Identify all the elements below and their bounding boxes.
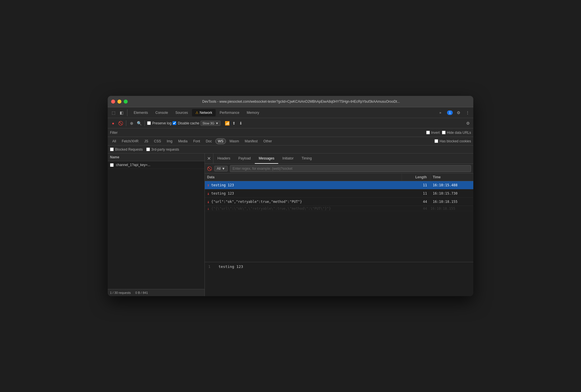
message-type-dropdown[interactable]: All ▼ [214,166,228,171]
tab-performance[interactable]: Performance [216,109,243,116]
minimize-button[interactable] [117,100,121,104]
tab-headers[interactable]: Headers [213,153,234,164]
type-img[interactable]: Img [165,139,175,144]
data-cell: ↑ testing 123 [205,181,402,189]
throttle-dropdown[interactable]: Slow 3G ▼ [201,121,221,126]
third-party-input[interactable] [146,147,150,151]
tab-console[interactable]: Console [152,109,171,116]
messages-tab-bar: ✕ Headers Payload Messages Initiator Tim… [205,153,473,164]
window-title: DevTools - www.piesocket.com/websocket-t… [144,100,458,104]
cursor-icon[interactable]: ⬚ [110,109,117,116]
messages-table: Data Length Time ↑ testing 123 11 16:10:… [205,173,473,262]
time-cell: 16:10:18.155 [430,198,473,205]
network-toolbar: ● 🚫 ⊕ 🔍 Preserve log Disable cache Slow … [108,118,473,128]
partial-row[interactable]: ↓ {"{\"url\":\"ok\",\"retryable\":true,\… [205,206,473,211]
type-wasm[interactable]: Wasm [227,139,241,144]
clear-button[interactable]: 🚫 [117,120,124,126]
titlebar: DevTools - www.piesocket.com/websocket-t… [108,96,473,107]
tab-elements[interactable]: Elements [130,109,151,116]
close-panel-button[interactable]: ✕ [205,153,213,164]
devtools-window: DevTools - www.piesocket.com/websocket-t… [108,96,473,296]
request-name: channel_1?api_key=... [116,163,150,167]
type-font[interactable]: Font [191,139,202,144]
table-row[interactable]: ↓ {"url":"ok","retryable":true,"method":… [205,198,473,206]
blocked-requests-label: Blocked Requests [115,147,143,151]
download-icon[interactable]: ⬇ [238,120,244,126]
table-row[interactable]: ↑ testing 123 11 16:10:15.488 [205,181,473,189]
third-party-label: 3rd-party requests [151,147,179,151]
more-tabs-button[interactable]: » [436,109,445,116]
request-checkbox[interactable] [110,163,114,167]
blocked-requests-input[interactable] [110,147,114,151]
type-css[interactable]: CSS [152,139,163,144]
data-column-header: Data [205,173,402,181]
type-ws[interactable]: WS [215,138,226,144]
upload-icon[interactable]: ⬆ [231,120,237,126]
settings-icon[interactable]: ⚙ [455,109,462,116]
hide-data-urls-checkbox[interactable]: Hide data URLs [442,131,471,135]
tab-initiator[interactable]: Initiator [278,153,297,164]
throttle-arrow-icon: ▼ [215,122,219,125]
tab-messages[interactable]: Messages [255,153,279,164]
search-icon[interactable]: 🔍 [136,120,142,126]
third-party-checkbox[interactable]: 3rd-party requests [146,147,179,151]
type-other[interactable]: Other [261,139,274,144]
line-number: 1 [208,264,214,294]
receive-arrow-icon: ↓ [207,206,209,211]
disable-cache-input[interactable] [173,121,176,125]
type-doc[interactable]: Doc [203,139,214,144]
receive-arrow-icon: ↓ [207,199,209,204]
preview-panel: 1 testing 123 [205,262,473,296]
blocked-requests-checkbox[interactable]: Blocked Requests [110,147,143,151]
regex-filter-input[interactable] [230,165,471,172]
tab-sources[interactable]: Sources [172,109,191,116]
invert-input[interactable] [426,131,430,134]
filter-input[interactable] [120,131,424,135]
invert-checkbox[interactable]: Invert [426,131,440,135]
partial-message-text: {"{\"url\":\"ok\",\"retryable\":true,\"m… [211,207,331,211]
length-cell: 11 [402,181,430,189]
message-text: testing 123 [211,183,234,187]
toolbar-divider-1 [126,120,126,126]
time-cell: 16:10:15.730 [430,190,473,197]
tab-memory[interactable]: Memory [243,109,263,116]
close-button[interactable] [111,100,115,104]
network-settings-icon[interactable]: ⚙ [465,120,471,126]
wifi-icon[interactable]: 📶 [224,120,230,126]
has-blocked-cookies-checkbox[interactable]: Has blocked cookies [434,139,471,143]
type-js[interactable]: JS [142,139,151,144]
table-row[interactable]: ↓ testing 123 11 16:10:15.730 [205,189,473,198]
inspect-icon[interactable]: ◧ [118,109,125,116]
message-text: testing 123 [211,191,234,195]
time-cell: 16:10:15.488 [430,181,473,189]
request-item[interactable]: channel_1?api_key=... [108,161,205,169]
type-manifest[interactable]: Manifest [243,139,260,144]
type-media[interactable]: Media [176,139,190,144]
maximize-button[interactable] [124,100,128,104]
filter-icon[interactable]: ⊕ [129,120,135,126]
record-button[interactable]: ● [110,120,116,126]
preserve-log-checkbox[interactable]: Preserve log [147,121,171,125]
type-fetch-xhr[interactable]: Fetch/XHR [119,139,141,144]
more-options-icon[interactable]: ⋮ [464,109,471,116]
time-column-header: Time [430,173,473,181]
preserve-log-input[interactable] [147,121,151,125]
length-cell: 44 [402,198,430,205]
type-all[interactable]: All [110,139,118,144]
tab-network[interactable]: ⚠Network [192,109,216,116]
data-cell: ↓ testing 123 [205,189,402,197]
hide-data-urls-input[interactable] [442,131,446,134]
disable-cache-label: Disable cache [178,121,199,125]
preserve-log-label: Preserve log [152,121,171,125]
data-cell: ↓ {"url":"ok","retryable":true,"method":… [205,198,402,206]
name-column-header: Name [108,153,205,161]
tab-payload[interactable]: Payload [234,153,255,164]
length-cell: 11 [402,190,430,197]
messages-filter-bar: 🚫 All ▼ [205,164,473,173]
transfer-size: 0 B / 841 [135,291,148,294]
tab-timing[interactable]: Timing [298,153,316,164]
disable-cache-checkbox[interactable]: Disable cache [173,121,199,125]
left-panel-spacer [108,169,205,289]
filter-label: Filter [110,131,118,135]
has-blocked-cookies-input[interactable] [434,139,438,143]
